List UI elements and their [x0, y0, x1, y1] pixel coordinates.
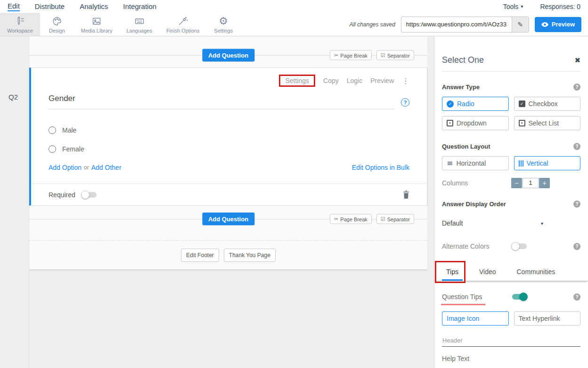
- tools-dropdown[interactable]: Tools ▾: [503, 3, 523, 10]
- thank-you-page-button[interactable]: Thank You Page: [224, 249, 276, 262]
- add-option-link[interactable]: Add Option: [49, 164, 82, 171]
- settings-gear-icon: ⚙: [219, 16, 228, 27]
- eye-icon: [541, 22, 548, 27]
- toolbar-tab-design[interactable]: Design: [40, 13, 74, 36]
- separator-button[interactable]: ☑ Separator: [376, 214, 414, 224]
- help-icon[interactable]: ?: [573, 243, 580, 250]
- question-number-gutter: Q2: [0, 36, 29, 368]
- alternate-colors-row: Alternate Colors ?: [442, 242, 580, 251]
- columns-increment-button[interactable]: +: [539, 178, 550, 188]
- nav-tab-integration[interactable]: Integration: [123, 2, 156, 11]
- trash-icon: [403, 191, 409, 199]
- answer-type-option-label: Select List: [529, 119, 559, 127]
- image-icon-button[interactable]: Image Icon: [442, 311, 509, 326]
- separator-button[interactable]: ☑ Separator: [376, 50, 414, 60]
- design-palette-icon: [51, 16, 63, 27]
- question-action-preview[interactable]: Preview: [370, 77, 394, 84]
- add-other-link[interactable]: Add Other: [91, 164, 122, 171]
- chevron-down-icon: ▾: [521, 4, 523, 9]
- tab-communities[interactable]: Communities: [513, 262, 560, 281]
- edit-url-pencil-icon[interactable]: ✎: [512, 17, 529, 32]
- top-nav-right: Tools ▾ Responses: 0: [503, 3, 580, 10]
- toolbar-tab-media-library[interactable]: Media Library: [74, 13, 120, 36]
- toolbar-tab-settings[interactable]: ⚙ Settings: [206, 13, 240, 36]
- help-text-label: Help Text: [442, 355, 580, 362]
- help-icon[interactable]: ?: [573, 201, 580, 208]
- columns-decrement-button[interactable]: −: [511, 178, 522, 188]
- preview-button[interactable]: Preview: [535, 17, 581, 32]
- question-layout-label: Question Layout: [442, 143, 490, 150]
- nav-tab-edit[interactable]: Edit: [8, 2, 20, 11]
- answer-type-option-label: Checkbox: [529, 100, 558, 108]
- divider: [442, 71, 580, 72]
- question-action-copy[interactable]: Copy: [323, 77, 339, 84]
- edit-options-in-bulk-link[interactable]: Edit Options in Bulk: [352, 164, 409, 171]
- media-library-icon: [91, 16, 102, 27]
- question-title-input[interactable]: Gender: [49, 94, 394, 109]
- help-icon[interactable]: ?: [573, 84, 580, 91]
- main-area: Q2 Add Question ✂ Page Break ☑ Separat: [0, 36, 588, 368]
- vertical-bars-icon: [519, 160, 523, 167]
- columns-stepper: − +: [511, 178, 550, 188]
- radio-button[interactable]: [49, 145, 56, 153]
- edit-footer-button[interactable]: Edit Footer: [181, 249, 219, 262]
- tips-header-input[interactable]: [442, 335, 580, 347]
- question-action-settings[interactable]: Settings: [285, 77, 309, 84]
- answer-type-label: Answer Type: [442, 84, 480, 91]
- radio-button[interactable]: [49, 126, 56, 134]
- answer-type-dropdown-button[interactable]: ▾ Dropdown: [442, 116, 509, 130]
- alternate-colors-label: Alternate Colors: [442, 243, 489, 250]
- required-toggle[interactable]: [81, 191, 98, 199]
- add-question-strip-bottom: Add Question ✂ Page Break ☑ Separator: [29, 206, 427, 240]
- close-icon[interactable]: ✖: [574, 56, 580, 65]
- delete-question-button[interactable]: [403, 191, 409, 199]
- help-icon[interactable]: ?: [573, 293, 580, 301]
- tab-video[interactable]: Video: [475, 262, 500, 281]
- separator-label: Separator: [387, 216, 410, 222]
- add-question-button[interactable]: Add Question: [202, 213, 254, 226]
- layout-vertical-button[interactable]: Vertical: [514, 156, 581, 170]
- help-icon[interactable]: ?: [573, 143, 580, 150]
- toolbar-right: All changes saved ✎ Preview: [349, 13, 588, 36]
- toolbar-tab-finish-options[interactable]: Finish Options: [159, 13, 206, 36]
- question-tips-toggle[interactable]: [511, 293, 528, 301]
- layout-horizontal-button[interactable]: ≡ Horizontal: [442, 156, 509, 170]
- add-question-button[interactable]: Add Question: [202, 49, 254, 62]
- radio-check-icon: ✓: [447, 100, 454, 108]
- tools-label: Tools: [503, 3, 519, 10]
- answer-option-label[interactable]: Male: [62, 126, 76, 134]
- answer-option-row: Male: [49, 126, 409, 134]
- responses-count[interactable]: Responses: 0: [540, 3, 580, 10]
- preview-button-label: Preview: [552, 21, 575, 28]
- survey-canvas: Add Question ✂ Page Break ☑ Separator: [29, 36, 427, 368]
- question-card: Settings Copy Logic Preview ⋮ Gender ? M…: [29, 67, 427, 206]
- answer-type-select-list-button[interactable]: ▾ Select List: [514, 116, 581, 130]
- answer-display-order-select[interactable]: Default ▾: [442, 219, 543, 227]
- answer-type-checkbox-button[interactable]: ✓ Checkbox: [514, 97, 581, 111]
- page-break-button[interactable]: ✂ Page Break: [330, 50, 372, 60]
- question-help-icon[interactable]: ?: [401, 98, 409, 107]
- page-break-button[interactable]: ✂ Page Break: [330, 214, 372, 224]
- toolbar-tab-workspace[interactable]: Workspace: [0, 13, 40, 36]
- panel-title: Select One: [442, 55, 484, 65]
- panel-tabs: Tips Video Communities: [434, 262, 588, 281]
- or-text: or: [84, 164, 89, 171]
- nav-tab-distribute[interactable]: Distribute: [35, 2, 65, 11]
- answer-type-radio-button[interactable]: ✓ Radio: [442, 97, 509, 111]
- kebab-menu-icon[interactable]: ⋮: [402, 76, 409, 85]
- columns-value-input[interactable]: [523, 178, 539, 188]
- question-tips-options: Image Icon Text Hyperlink: [442, 311, 580, 326]
- answer-option-label[interactable]: Female: [62, 145, 84, 153]
- alternate-colors-toggle[interactable]: [511, 242, 528, 251]
- tab-tips[interactable]: Tips: [442, 262, 463, 281]
- question-action-logic[interactable]: Logic: [347, 77, 362, 84]
- toolbar-tab-languages[interactable]: Languages: [119, 13, 159, 36]
- answer-type-option-label: Dropdown: [457, 119, 487, 127]
- toolbar-tab-label: Finish Options: [166, 28, 199, 33]
- help-text-area[interactable]: [442, 363, 580, 368]
- text-hyperlink-button[interactable]: Text Hyperlink: [514, 311, 581, 326]
- nav-tab-analytics[interactable]: Analytics: [80, 2, 108, 11]
- columns-row: Columns − +: [442, 177, 580, 188]
- survey-url-input[interactable]: [401, 17, 512, 32]
- languages-keyboard-icon: [134, 16, 145, 27]
